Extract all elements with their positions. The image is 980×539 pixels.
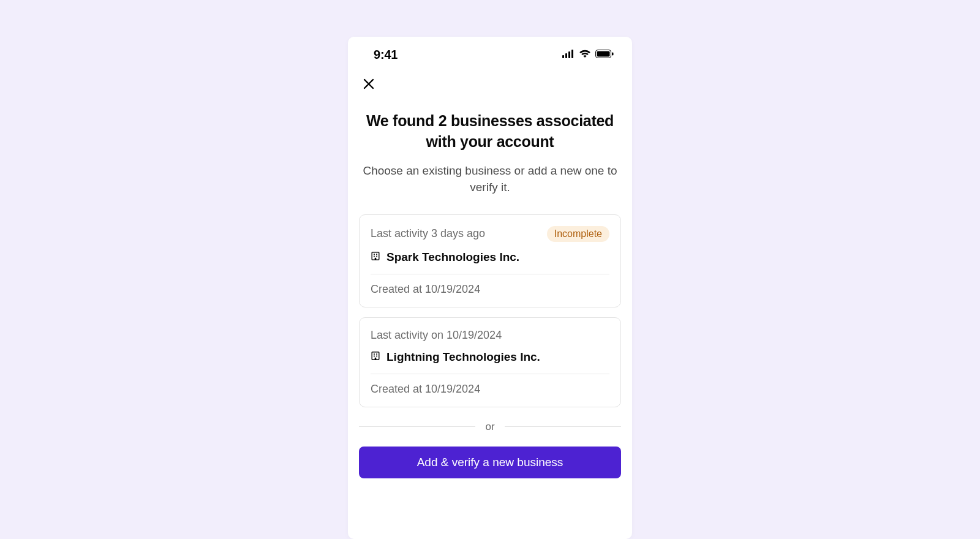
status-icons bbox=[562, 50, 614, 61]
cellular-icon bbox=[562, 50, 575, 61]
page-subtitle: Choose an existing business or add a new… bbox=[359, 162, 621, 196]
svg-rect-16 bbox=[374, 355, 375, 356]
last-activity: Last activity 3 days ago bbox=[371, 227, 485, 240]
content: We found 2 businesses associated with yo… bbox=[348, 92, 632, 539]
phone-frame: 9:41 bbox=[348, 37, 632, 539]
close-icon bbox=[363, 78, 375, 92]
status-badge: Incomplete bbox=[547, 226, 609, 242]
svg-rect-11 bbox=[376, 255, 377, 257]
or-separator: or bbox=[359, 421, 621, 433]
svg-rect-12 bbox=[375, 257, 377, 260]
close-button[interactable] bbox=[361, 78, 376, 92]
business-name-row: Lightning Technologies Inc. bbox=[371, 350, 609, 364]
card-divider bbox=[371, 374, 609, 374]
business-card[interactable]: Last activity 3 days ago Incomplete bbox=[359, 214, 621, 307]
status-time: 9:41 bbox=[374, 48, 398, 62]
svg-rect-3 bbox=[571, 50, 573, 58]
business-name-row: Spark Technologies Inc. bbox=[371, 251, 609, 264]
business-card[interactable]: Last activity on 10/19/2024 Lightn bbox=[359, 317, 621, 407]
page-title: We found 2 businesses associated with yo… bbox=[359, 111, 621, 153]
svg-rect-1 bbox=[565, 53, 567, 58]
building-icon bbox=[371, 351, 380, 363]
business-list: Last activity 3 days ago Incomplete bbox=[359, 214, 621, 407]
close-row bbox=[348, 68, 632, 92]
or-label: or bbox=[485, 421, 494, 433]
battery-icon bbox=[595, 50, 614, 61]
separator-line bbox=[359, 426, 475, 427]
svg-rect-14 bbox=[374, 353, 375, 355]
card-top: Last activity 3 days ago Incomplete bbox=[371, 226, 609, 242]
building-icon bbox=[371, 251, 380, 263]
add-verify-label: Add & verify a new business bbox=[417, 456, 564, 469]
svg-rect-8 bbox=[374, 254, 375, 255]
business-name: Lightning Technologies Inc. bbox=[386, 350, 540, 364]
svg-rect-9 bbox=[376, 254, 377, 255]
created-at: Created at 10/19/2024 bbox=[371, 383, 609, 396]
svg-rect-18 bbox=[375, 357, 377, 360]
add-verify-button[interactable]: Add & verify a new business bbox=[359, 447, 621, 478]
card-divider bbox=[371, 274, 609, 274]
svg-rect-2 bbox=[568, 51, 570, 58]
svg-rect-0 bbox=[562, 55, 564, 58]
separator-line bbox=[505, 426, 621, 427]
business-name: Spark Technologies Inc. bbox=[386, 251, 519, 264]
svg-rect-5 bbox=[597, 51, 610, 56]
last-activity: Last activity on 10/19/2024 bbox=[371, 329, 502, 342]
status-bar: 9:41 bbox=[348, 37, 632, 68]
created-at: Created at 10/19/2024 bbox=[371, 283, 609, 296]
svg-rect-10 bbox=[374, 255, 375, 257]
wifi-icon bbox=[579, 50, 591, 61]
svg-rect-15 bbox=[376, 353, 377, 355]
card-top: Last activity on 10/19/2024 bbox=[371, 329, 609, 342]
svg-rect-6 bbox=[612, 52, 614, 55]
svg-rect-17 bbox=[376, 355, 377, 356]
